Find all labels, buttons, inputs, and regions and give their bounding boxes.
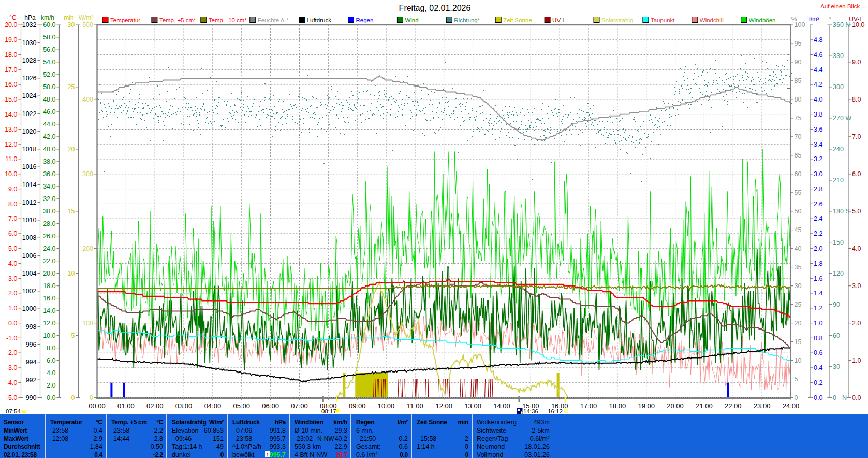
svg-text:330: 330: [833, 52, 844, 60]
svg-text:1012: 1012: [22, 199, 37, 206]
svg-text:Zeit Sonne: Zeit Sonne: [417, 419, 447, 426]
svg-text:10.0: 10.0: [5, 170, 17, 178]
svg-text:UV-I: UV-I: [849, 16, 861, 23]
svg-text:Solarstrahlg: Solarstrahlg: [172, 419, 206, 426]
svg-text:8.0: 8.0: [852, 96, 861, 103]
svg-text:18.0: 18.0: [5, 51, 17, 59]
svg-text:2.8: 2.8: [154, 435, 163, 442]
svg-text:Solarstrahlg: Solarstrahlg: [601, 17, 633, 23]
svg-text:2.9: 2.9: [94, 435, 102, 442]
svg-text:7.0: 7.0: [8, 215, 17, 222]
svg-text:0.0: 0.0: [852, 394, 861, 402]
svg-text:0: 0: [795, 394, 798, 402]
svg-text:3.4: 3.4: [814, 141, 822, 148]
svg-text:1006: 1006: [22, 252, 37, 260]
svg-text:min: min: [458, 419, 468, 426]
svg-text:Taupunkt: Taupunkt: [651, 17, 675, 23]
svg-text:UV-I: UV-I: [552, 17, 564, 23]
svg-text:Luftdruck: Luftdruck: [307, 17, 332, 23]
svg-text:14:00: 14:00: [493, 402, 510, 410]
svg-text:20: 20: [795, 320, 802, 327]
svg-text:23:58: 23:58: [52, 427, 68, 434]
svg-text:°C: °C: [156, 419, 163, 426]
svg-text:1.84: 1.84: [90, 443, 102, 450]
svg-text:min: min: [64, 14, 73, 21]
svg-text:0.0: 0.0: [47, 394, 55, 402]
svg-text:2.0: 2.0: [852, 320, 861, 327]
svg-text:10:00: 10:00: [378, 402, 395, 410]
svg-text:Windböen: Windböen: [295, 419, 323, 426]
svg-text:26.0: 26.0: [43, 233, 55, 240]
svg-text:13.0: 13.0: [5, 126, 17, 133]
svg-text:493m: 493m: [534, 419, 550, 426]
svg-text:40.2: 40.2: [335, 435, 347, 442]
svg-text:22.9: 22.9: [335, 443, 347, 450]
svg-text:21:50: 21:50: [360, 435, 376, 442]
svg-text:0.4: 0.4: [814, 364, 822, 371]
svg-text:10: 10: [795, 357, 802, 364]
svg-text:1:14 h: 1:14 h: [417, 443, 435, 450]
svg-text:90: 90: [795, 59, 802, 66]
svg-text:4.0: 4.0: [47, 369, 55, 377]
svg-text:05:00: 05:00: [233, 402, 250, 410]
svg-text:Sensor: Sensor: [4, 419, 24, 426]
svg-text:58.0: 58.0: [43, 34, 55, 41]
svg-text:35: 35: [795, 264, 802, 271]
svg-text:Richtung*: Richtung*: [454, 17, 480, 23]
svg-text:90: 90: [833, 301, 840, 308]
svg-text:1010: 1010: [22, 217, 37, 224]
svg-text:1.0: 1.0: [814, 320, 822, 327]
svg-text:4.4: 4.4: [814, 66, 822, 74]
svg-text:30: 30: [795, 282, 802, 290]
svg-text:1026: 1026: [22, 75, 37, 82]
svg-text:270 W: 270 W: [833, 115, 851, 122]
svg-text:Temperatur: Temperatur: [50, 419, 83, 426]
svg-text:85: 85: [795, 77, 802, 84]
svg-text:3.0: 3.0: [814, 170, 822, 178]
svg-text:500: 500: [82, 21, 93, 28]
svg-text:15: 15: [795, 338, 802, 346]
svg-text:65: 65: [795, 152, 802, 159]
svg-text:^1.0hPa/h: ^1.0hPa/h: [232, 443, 261, 450]
svg-text:1008: 1008: [22, 234, 37, 241]
svg-text:4.0: 4.0: [8, 260, 17, 267]
svg-text:550.3 km: 550.3 km: [295, 443, 321, 450]
svg-text:25.7: 25.7: [336, 451, 348, 458]
svg-text:12.0: 12.0: [5, 141, 17, 148]
svg-text:5.0: 5.0: [852, 208, 861, 215]
svg-text:990: 990: [26, 394, 37, 402]
svg-text:0.2: 0.2: [399, 435, 408, 442]
svg-text:4.6: 4.6: [814, 51, 822, 59]
svg-text:0: 0: [220, 451, 224, 458]
svg-text:18:00: 18:00: [609, 402, 626, 410]
svg-text:3.2: 3.2: [814, 155, 822, 163]
svg-text:Temp. +5 cm*: Temp. +5 cm*: [159, 17, 196, 23]
svg-text:1.4: 1.4: [814, 290, 822, 297]
svg-text:15:58: 15:58: [420, 435, 436, 442]
svg-text:995.7: 995.7: [270, 435, 286, 442]
svg-text:1.2: 1.2: [814, 305, 822, 312]
svg-text:60: 60: [795, 170, 802, 178]
svg-text:°C: °C: [9, 14, 17, 21]
svg-text:07:54: 07:54: [6, 408, 21, 414]
svg-text:Sichtweite: Sichtweite: [477, 427, 506, 434]
svg-text:120: 120: [833, 270, 844, 277]
svg-text:996: 996: [26, 341, 37, 348]
svg-text:95: 95: [795, 40, 802, 47]
svg-text:Ø 10 min.: Ø 10 min.: [295, 427, 322, 434]
svg-text:2.4: 2.4: [814, 215, 822, 222]
svg-text:04:00: 04:00: [204, 402, 222, 410]
svg-text:20.0: 20.0: [5, 21, 17, 28]
svg-text:-2.0: -2.0: [6, 349, 18, 356]
svg-text:0.0: 0.0: [8, 320, 17, 327]
svg-text:44.0: 44.0: [43, 121, 55, 128]
svg-text:0.0: 0.0: [400, 451, 408, 458]
svg-text:Wolkenunterg: Wolkenunterg: [477, 419, 517, 426]
svg-text:60: 60: [833, 332, 840, 339]
svg-text:17:00: 17:00: [580, 402, 597, 410]
svg-text:-2.2: -2.2: [153, 451, 164, 458]
svg-text:-5.0: -5.0: [6, 394, 18, 402]
svg-text:16:12: 16:12: [548, 408, 563, 414]
svg-text:6.0: 6.0: [47, 357, 55, 364]
svg-text:4.8: 4.8: [814, 36, 822, 44]
